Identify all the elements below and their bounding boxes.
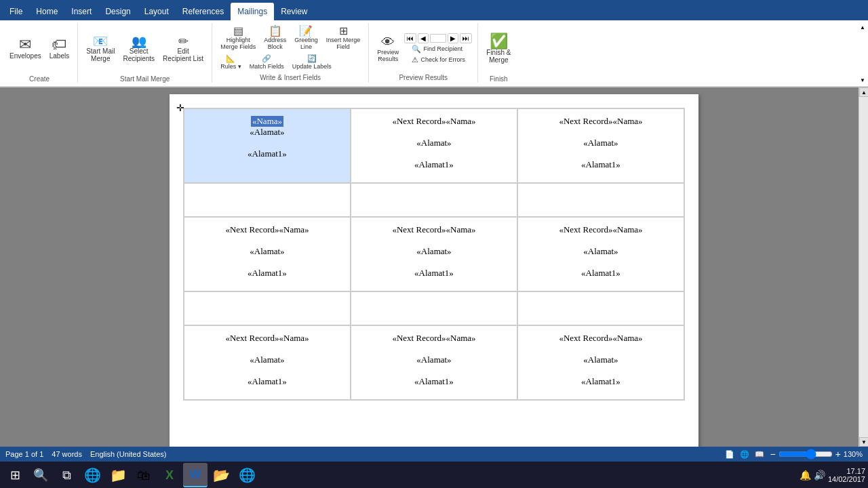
view-normal-icon[interactable]: 📄 — [725, 450, 734, 459]
insert-merge-icon: ⊞ — [339, 26, 348, 37]
address-block-button[interactable]: 📋 AddressBlock — [261, 24, 289, 52]
field-nextrecord-nama-0-1: «Next Record»«Nama» — [358, 116, 510, 127]
field-alamat1-2-1: «Alamat1» — [358, 268, 510, 279]
tab-layout[interactable]: Layout — [138, 3, 176, 20]
scroll-up-button[interactable]: ▲ — [859, 87, 868, 97]
group-preview-results: 👁 PreviewResults ⏮ ◀ ▶ ⏭ 🔍 Find Rec — [369, 23, 478, 83]
start-merge-icon: 📧 — [93, 35, 108, 47]
insert-merge-field-button[interactable]: ⊞ Insert MergeField — [323, 24, 363, 52]
tab-home[interactable]: Home — [29, 3, 64, 20]
ribbon-scroll-up[interactable]: ▲ — [859, 23, 867, 32]
rules-button[interactable]: 📐 Rules ▾ — [218, 53, 244, 71]
start-mail-merge-buttons: 📧 Start MailMerge 👥 SelectRecipients ✏ E… — [83, 23, 206, 74]
labels-button[interactable]: 🏷 Labels — [47, 36, 72, 61]
label-cell-3-0[interactable] — [184, 291, 351, 325]
ribbon-scroll-down[interactable]: ▼ — [859, 76, 867, 85]
field-nextrecord-nama-4-0: «Next Record»«Nama» — [191, 333, 343, 344]
field-nextrecord-nama-4-1: «Next Record»«Nama» — [358, 333, 510, 344]
zoom-level: 130% — [844, 450, 863, 458]
view-web-icon[interactable]: 🌐 — [740, 450, 749, 459]
ribbon-scrollbar: ▲ ▼ — [859, 23, 867, 85]
label-cell-3-1[interactable] — [351, 291, 517, 325]
label-cell-3-2[interactable] — [517, 291, 684, 325]
word-count: 47 words — [52, 450, 82, 458]
view-read-icon[interactable]: 📖 — [755, 450, 764, 459]
start-button[interactable]: ⊞ — [3, 463, 27, 487]
nav-last-button[interactable]: ⏭ — [460, 33, 472, 43]
search-button[interactable]: 🔍 — [28, 463, 53, 487]
labels-icon: 🏷 — [52, 37, 66, 52]
field-alamat1-0-0: «Alamat1» — [191, 148, 343, 159]
nav-first-button[interactable]: ⏮ — [404, 33, 416, 43]
finish-buttons: ✅ Finish &Merge — [484, 23, 513, 74]
update-labels-label: Update Labels — [292, 63, 332, 70]
file-explorer-button[interactable]: 📁 — [106, 463, 130, 487]
field-alamat-4-2: «Alamat» — [525, 354, 677, 365]
move-handle[interactable]: ✛ — [176, 102, 184, 113]
field-alamat1-0-1: «Alamat1» — [358, 159, 510, 170]
check-errors-icon: ⚠ — [412, 56, 418, 64]
tab-mailings[interactable]: Mailings — [231, 3, 274, 20]
find-recipient-button[interactable]: 🔍 Find Recipient — [412, 45, 466, 54]
excel-button[interactable]: X — [157, 463, 182, 487]
label-cell-4-2[interactable]: «Next Record»«Nama» «Alamat» «Alamat1» — [517, 325, 684, 400]
nav-page-input[interactable] — [430, 34, 446, 43]
nav-prev-button[interactable]: ◀ — [418, 33, 429, 43]
label-cell-2-1[interactable]: «Next Record»«Nama» «Alamat» «Alamat1» — [351, 217, 517, 291]
chrome-button[interactable]: 🌐 — [235, 463, 259, 487]
field-alamat-0-2: «Alamat» — [525, 138, 677, 148]
preview-results-button[interactable]: 👁 PreviewResults — [374, 34, 401, 64]
edit-recipient-list-button[interactable]: ✏ EditRecipient List — [160, 34, 206, 64]
tab-design[interactable]: Design — [98, 3, 137, 20]
task-view-button[interactable]: ⧉ — [54, 463, 79, 487]
greeting-icon: 📝 — [299, 26, 313, 37]
field-nextrecord-nama-2-0: «Next Record»«Nama» — [191, 224, 343, 235]
edit-list-icon: ✏ — [178, 35, 189, 47]
edge-button[interactable]: 🌐 — [80, 463, 104, 487]
zoom-out-button[interactable]: − — [770, 449, 775, 460]
tab-review[interactable]: Review — [274, 3, 314, 20]
ribbon: File Home Insert Design Layout Reference… — [0, 0, 868, 87]
label-cell-1-1[interactable] — [351, 183, 517, 217]
field-nextrecord-nama-2-1: «Next Record»«Nama» — [358, 224, 510, 235]
preview-sub: 🔍 Find Recipient ⚠ Check for Errors — [412, 45, 466, 64]
zoom-in-button[interactable]: + — [835, 449, 841, 460]
status-bar: Page 1 of 1 47 words English (United Sta… — [0, 447, 868, 462]
field-alamat-4-1: «Alamat» — [358, 354, 510, 365]
label-cell-4-0[interactable]: «Next Record»«Nama» «Alamat» «Alamat1» — [184, 325, 351, 400]
update-labels-button[interactable]: 🔄 Update Labels — [290, 53, 334, 71]
label-cell-4-1[interactable]: «Next Record»«Nama» «Alamat» «Alamat1» — [351, 325, 517, 400]
start-mail-merge-button[interactable]: 📧 Start MailMerge — [83, 34, 117, 64]
check-errors-button[interactable]: ⚠ Check for Errors — [412, 56, 466, 64]
highlight-merge-fields-button[interactable]: ▤ HighlightMerge Fields — [218, 24, 258, 52]
finish-merge-button[interactable]: ✅ Finish &Merge — [484, 33, 513, 65]
group-create: ✉ Envelopes 🏷 Labels Create — [1, 23, 78, 83]
finish-group-label: Finish — [490, 74, 508, 83]
field-alamat1-4-1: «Alamat1» — [358, 376, 510, 387]
find-recipient-icon: 🔍 — [412, 45, 421, 54]
tab-references[interactable]: References — [176, 3, 231, 20]
store-button[interactable]: 🛍 — [132, 463, 156, 487]
label-cell-2-0[interactable]: «Next Record»«Nama» «Alamat» «Alamat1» — [184, 217, 351, 291]
field-alamat-0-0: «Alamat» — [191, 127, 343, 138]
match-fields-button[interactable]: 🔗 Match Fields — [247, 53, 287, 71]
label-cell-0-2[interactable]: «Next Record»«Nama» «Alamat» «Alamat1» — [517, 108, 684, 183]
select-recipients-button[interactable]: 👥 SelectRecipients — [120, 34, 157, 64]
tab-file[interactable]: File — [3, 3, 29, 20]
field-alamat1-4-2: «Alamat1» — [525, 376, 677, 387]
address-label: AddressBlock — [264, 37, 286, 50]
envelopes-button[interactable]: ✉ Envelopes — [7, 36, 44, 61]
tab-insert[interactable]: Insert — [64, 3, 98, 20]
greeting-line-button[interactable]: 📝 GreetingLine — [292, 24, 321, 52]
label-cell-1-2[interactable] — [517, 183, 684, 217]
files-button[interactable]: 📂 — [209, 463, 233, 487]
ribbon-content: ✉ Envelopes 🏷 Labels Create 📧 Start Mail… — [0, 20, 868, 87]
zoom-slider[interactable] — [778, 449, 833, 460]
scroll-down-button[interactable]: ▼ — [859, 437, 868, 447]
word-button[interactable]: W — [183, 463, 208, 487]
nav-next-button[interactable]: ▶ — [448, 33, 458, 43]
label-cell-2-2[interactable]: «Next Record»«Nama» «Alamat» «Alamat1» — [517, 217, 684, 291]
label-cell-1-0[interactable] — [184, 183, 351, 217]
label-cell-0-1[interactable]: «Next Record»«Nama» «Alamat» «Alamat1» — [351, 108, 517, 183]
label-cell-0-0[interactable]: «Nama» «Alamat» «Alamat1» — [184, 108, 351, 183]
